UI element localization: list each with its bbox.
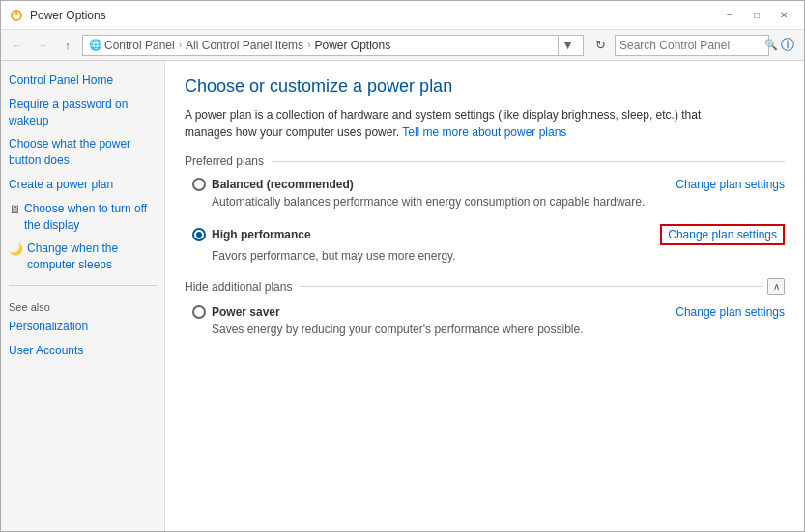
plan-balanced-header: Balanced (recommended) Change plan setti… [192, 178, 785, 191]
main-window: Power Options − □ ✕ ← → ↑ 🌐 Control Pane… [0, 0, 805, 532]
plan-ps-change-link[interactable]: Change plan settings [676, 305, 785, 319]
plan-balanced-desc: Automatically balances performance with … [192, 194, 785, 210]
plan-hp-name: High performance [212, 228, 311, 241]
sidebar-link-sleep[interactable]: 🌙 Change when the computer sleeps [9, 240, 157, 273]
window-controls: − □ ✕ [717, 6, 796, 25]
plan-ps-name-row: Power saver [192, 305, 280, 319]
close-button[interactable]: ✕ [771, 6, 796, 25]
plan-power-saver: Power saver Change plan settings Saves e… [185, 305, 785, 338]
refresh-button[interactable]: ↻ [589, 35, 611, 56]
plan-hp-name-row: High performance [192, 228, 311, 241]
main-area: Control Panel Home Require a password on… [1, 61, 804, 531]
help-button[interactable]: ⓘ [777, 35, 798, 56]
sidebar-link-power-button-label: Choose what the power button does [9, 136, 157, 169]
address-bar: ← → ↑ 🌐 Control Panel › All Control Pane… [1, 30, 804, 61]
forward-button[interactable]: → [32, 35, 53, 56]
breadcrumb-sep-2: › [307, 40, 310, 50]
content-pane: Choose or customize a power plan A power… [165, 61, 804, 531]
plan-balanced-name-row: Balanced (recommended) [192, 178, 354, 191]
tell-me-more-link[interactable]: Tell me more about power plans [402, 126, 566, 139]
search-box: 🔍 [615, 35, 769, 56]
sidebar-link-turn-off-display[interactable]: 🖥 Choose when to turn off the display [9, 201, 157, 234]
plan-balanced-name: Balanced (recommended) [212, 178, 354, 191]
sidebar: Control Panel Home Require a password on… [1, 61, 165, 531]
plan-balanced-change-link[interactable]: Change plan settings [676, 178, 785, 191]
personalization-label: Personalization [9, 319, 88, 335]
sidebar-link-home-label: Control Panel Home [9, 72, 113, 89]
hide-plans-title: Hide additional plans [185, 280, 292, 294]
hide-plans-section: Hide additional plans ∧ Power saver Chan… [185, 278, 785, 338]
sidebar-link-create-plan-label: Create a power plan [9, 177, 113, 193]
sidebar-link-display-label: Choose when to turn off the display [24, 201, 157, 234]
sidebar-link-personalization[interactable]: Personalization [9, 319, 157, 335]
sidebar-link-home[interactable]: Control Panel Home [9, 72, 157, 89]
plan-high-performance: High performance Change plan settings Fa… [185, 224, 785, 265]
collapse-button[interactable]: ∧ [767, 278, 785, 295]
see-also-title: See also [9, 301, 157, 313]
back-button[interactable]: ← [7, 35, 28, 56]
breadcrumb-current: Power Options [314, 39, 390, 52]
moon-icon: 🌙 [9, 241, 23, 258]
sidebar-divider [9, 285, 157, 286]
plan-ps-radio[interactable] [192, 305, 206, 319]
plan-ps-desc: Saves energy by reducing your computer's… [192, 322, 785, 338]
sidebar-link-sleep-label: Change when the computer sleeps [27, 240, 157, 273]
plan-ps-header: Power saver Change plan settings [192, 305, 785, 319]
plan-ps-name: Power saver [212, 305, 280, 319]
sidebar-link-password-label: Require a password on wakeup [9, 97, 157, 129]
page-description: A power plan is a collection of hardware… [185, 106, 726, 141]
preferred-plans-title: Preferred plans [185, 154, 264, 168]
window-icon [9, 8, 24, 23]
title-bar: Power Options − □ ✕ [1, 1, 804, 30]
minimize-button[interactable]: − [717, 6, 742, 25]
sidebar-link-create-plan[interactable]: Create a power plan [9, 177, 157, 193]
window-title: Power Options [30, 9, 717, 22]
breadcrumb-sep-1: › [179, 40, 182, 50]
page-title: Choose or customize a power plan [185, 76, 785, 97]
breadcrumb-all-items[interactable]: All Control Panel Items [186, 39, 303, 52]
sidebar-link-password[interactable]: Require a password on wakeup [9, 97, 157, 129]
globe-icon: 🌐 [89, 39, 102, 51]
sidebar-link-user-accounts[interactable]: User Accounts [9, 343, 157, 359]
hide-plans-line [300, 286, 762, 287]
breadcrumb-dropdown-button[interactable]: ▼ [558, 35, 577, 56]
section-divider [272, 161, 785, 162]
user-accounts-label: User Accounts [9, 343, 83, 359]
preferred-plans-header: Preferred plans [185, 154, 785, 168]
search-input[interactable] [619, 39, 764, 52]
hide-plans-header: Hide additional plans ∧ [185, 278, 785, 295]
maximize-button[interactable]: □ [744, 6, 769, 25]
up-button[interactable]: ↑ [57, 35, 78, 56]
plan-hp-radio[interactable] [192, 228, 206, 241]
plan-hp-change-link[interactable]: Change plan settings [660, 224, 785, 245]
sidebar-link-power-button[interactable]: Choose what the power button does [9, 136, 157, 169]
plan-balanced: Balanced (recommended) Change plan setti… [185, 178, 785, 210]
monitor-icon: 🖥 [9, 202, 20, 218]
search-icon: 🔍 [764, 39, 778, 51]
breadcrumb-control-panel[interactable]: Control Panel [104, 39, 175, 52]
breadcrumb-bar: 🌐 Control Panel › All Control Panel Item… [82, 35, 584, 56]
plan-hp-header: High performance Change plan settings [192, 224, 785, 245]
plan-hp-desc: Favors performance, but may use more ene… [192, 248, 785, 265]
plan-balanced-radio[interactable] [192, 178, 206, 191]
